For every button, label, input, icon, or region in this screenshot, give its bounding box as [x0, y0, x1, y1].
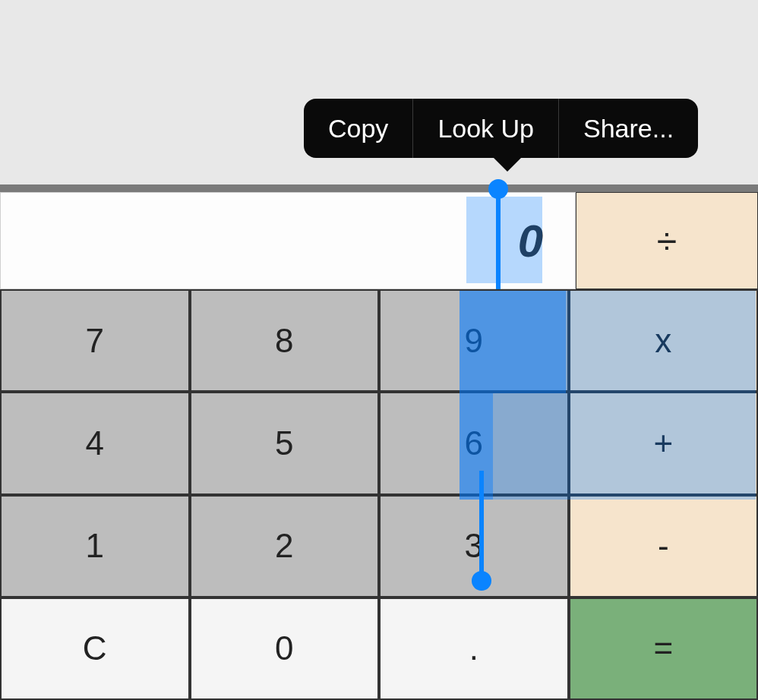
key-2[interactable]: 2: [190, 495, 380, 598]
top-background: [0, 0, 758, 190]
minus-button[interactable]: -: [569, 495, 759, 598]
divider-bar: [0, 184, 758, 192]
menu-tail-icon: [492, 156, 523, 172]
key-7[interactable]: 7: [0, 289, 190, 392]
multiply-button[interactable]: x: [569, 289, 759, 392]
selection-caret[interactable]: [479, 471, 484, 577]
calculator-display[interactable]: 0: [0, 192, 576, 289]
key-1[interactable]: 1: [0, 495, 190, 598]
divide-button[interactable]: ÷: [576, 192, 758, 289]
clear-button[interactable]: C: [0, 598, 190, 700]
selection-caret[interactable]: [496, 187, 501, 289]
selection-handle-end[interactable]: [472, 571, 491, 591]
copy-menu-item[interactable]: Copy: [304, 99, 412, 158]
key-8[interactable]: 8: [190, 289, 380, 392]
display-row: 0 ÷: [0, 192, 758, 289]
decimal-button[interactable]: .: [379, 598, 569, 700]
lookup-menu-item[interactable]: Look Up: [413, 99, 558, 158]
display-value: 0: [518, 215, 543, 267]
key-6[interactable]: 6: [379, 392, 569, 494]
key-9[interactable]: 9: [379, 289, 569, 392]
calculator: 0 ÷ 7 8 9 x 4 5 6 + 1 2 3 - C 0 . =: [0, 192, 758, 700]
keypad: 7 8 9 x 4 5 6 + 1 2 3 - C 0 . =: [0, 289, 758, 700]
equals-button[interactable]: =: [569, 598, 759, 700]
share-menu-item[interactable]: Share...: [559, 99, 698, 158]
selection-handle-start[interactable]: [488, 179, 508, 199]
context-menu: Copy Look Up Share...: [304, 99, 698, 158]
key-0[interactable]: 0: [190, 598, 380, 700]
key-5[interactable]: 5: [190, 392, 380, 494]
key-4[interactable]: 4: [0, 392, 190, 494]
plus-button[interactable]: +: [569, 392, 759, 494]
